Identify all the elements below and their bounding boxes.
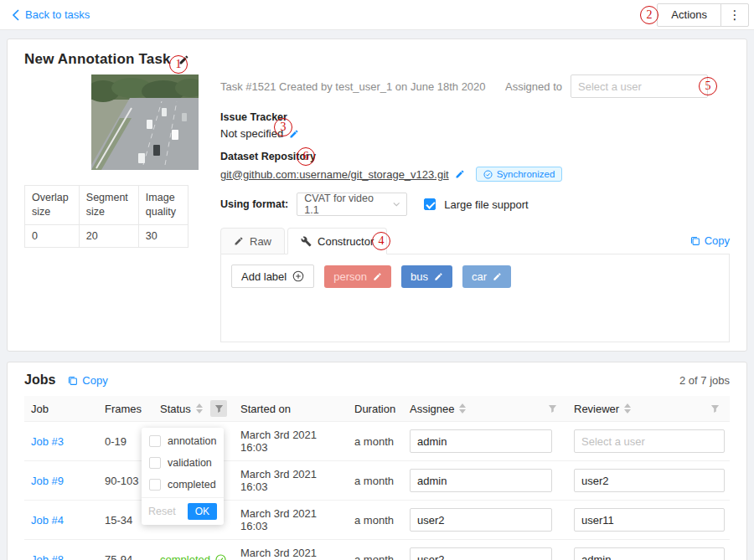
- sync-check-icon: [483, 170, 493, 179]
- assignee-input[interactable]: [410, 508, 552, 532]
- pencil-icon: [455, 169, 465, 179]
- task-title: New Annotation Task: [24, 51, 171, 68]
- param-value-quality: 30: [138, 224, 188, 247]
- pencil-icon: [234, 236, 244, 246]
- more-vertical-icon: ⋮: [729, 8, 741, 22]
- checkbox-icon[interactable]: [149, 479, 161, 491]
- tab-raw[interactable]: Raw: [220, 228, 285, 254]
- labels-tabs: Raw Constructor Copy: [220, 228, 730, 254]
- label-chip-bus[interactable]: bus: [401, 265, 452, 288]
- jobs-header: Jobs Copy 2 of 7 jobs: [24, 372, 730, 388]
- large-file-checkbox[interactable]: [424, 198, 436, 210]
- filter-ok-button[interactable]: OK: [188, 503, 217, 520]
- column-reviewer[interactable]: Reviewer: [567, 396, 730, 422]
- pencil-icon: [373, 272, 382, 281]
- sync-status-label: Synchronized: [497, 169, 555, 179]
- checkbox-icon[interactable]: [149, 435, 161, 447]
- label-chip-car[interactable]: car: [462, 265, 511, 288]
- label-chip-person-name: person: [333, 270, 367, 283]
- issue-tracker-label: Issue Tracker: [220, 111, 730, 123]
- job-link[interactable]: Job #9: [31, 475, 64, 487]
- edit-repository-button[interactable]: [455, 169, 465, 179]
- copy-labels-link[interactable]: Copy: [689, 234, 730, 247]
- copy-jobs-link[interactable]: Copy: [67, 374, 107, 387]
- started-cell: March 3rd 2021 16:03: [234, 422, 348, 461]
- started-cell: March 3rd 2021 16:03: [234, 461, 348, 501]
- reviewer-filter-button[interactable]: [706, 400, 723, 417]
- started-cell: March 3rd 2021 16:03: [234, 540, 348, 560]
- param-value-segment: 20: [79, 224, 138, 247]
- column-reviewer-label: Reviewer: [574, 403, 619, 415]
- assignee-input[interactable]: [410, 429, 552, 453]
- actions-group: Actions ⋮: [657, 3, 749, 27]
- label-chip-person[interactable]: person: [324, 265, 391, 288]
- more-menu-button[interactable]: ⋮: [720, 3, 749, 27]
- task-left-column: Overlap size Segment size Image quality …: [24, 74, 200, 248]
- job-link[interactable]: Job #4: [31, 514, 64, 527]
- annotation-circle-2: 2: [640, 6, 658, 24]
- labels-constructor-panel: Add label person bus car: [220, 254, 730, 342]
- tab-raw-label: Raw: [250, 235, 271, 248]
- reviewer-input[interactable]: [574, 469, 725, 492]
- assigned-to-input[interactable]: [571, 74, 708, 98]
- column-status[interactable]: Status: [153, 396, 234, 422]
- filter-reset-button[interactable]: Reset: [148, 506, 176, 517]
- task-meta-row: Task #1521 Created by test_user_1 on Jun…: [220, 74, 730, 98]
- dataset-repository-url[interactable]: git@github.com:username/git_storage_v123…: [220, 168, 449, 181]
- assignee-input[interactable]: [410, 547, 552, 560]
- chevron-left-icon: [12, 9, 19, 21]
- duration-cell: a month: [348, 501, 403, 540]
- reviewer-sorter-icon[interactable]: [624, 403, 631, 414]
- param-header-quality: Image quality: [138, 186, 188, 225]
- checkbox-icon[interactable]: [149, 457, 161, 469]
- assignee-sorter-icon[interactable]: [459, 403, 466, 414]
- column-started: Started on: [234, 396, 348, 422]
- reviewer-input[interactable]: [574, 547, 725, 560]
- back-to-tasks-link[interactable]: Back to tasks: [12, 8, 90, 21]
- annotation-circle-3: 3: [274, 118, 292, 136]
- filter-option-annotation[interactable]: annotation: [142, 430, 224, 452]
- label-chip-bus-name: bus: [411, 270, 428, 283]
- assignee-input[interactable]: [410, 469, 552, 492]
- sync-status-badge[interactable]: Synchronized: [476, 167, 563, 182]
- filter-option-label: completed: [168, 479, 216, 491]
- status-filter-button[interactable]: [210, 400, 227, 417]
- task-preview-image: [91, 74, 199, 170]
- started-cell: March 3rd 2021 16:03: [234, 501, 348, 540]
- format-row: Using format: CVAT for video 1.1 Large f…: [220, 193, 730, 216]
- pencil-icon: [434, 272, 443, 281]
- table-row: Job #4 15-34 March 3rd 2021 16:03 a mont…: [24, 501, 730, 540]
- column-assignee[interactable]: Assignee: [403, 396, 567, 422]
- filter-option-completed[interactable]: completed: [142, 474, 224, 496]
- annotation-circle-6: 6: [297, 147, 315, 166]
- plus-circle-icon: [292, 270, 304, 282]
- filter-option-label: annotation: [168, 435, 216, 447]
- actions-button[interactable]: Actions: [657, 3, 721, 27]
- job-link[interactable]: Job #3: [31, 435, 64, 448]
- jobs-card: Jobs Copy 2 of 7 jobs Job Frames Status: [7, 362, 747, 560]
- table-row: Job #9 90-103 March 3rd 2021 16:03 a mon…: [24, 461, 730, 501]
- status-completed-label: completed: [160, 553, 210, 560]
- format-select[interactable]: CVAT for video 1.1: [297, 193, 407, 216]
- job-link[interactable]: Job #8: [31, 553, 64, 560]
- filter-footer: Reset OK: [142, 497, 224, 525]
- chevron-down-icon: [393, 202, 400, 207]
- annotation-circle-4: 4: [372, 232, 390, 250]
- param-header-segment: Segment size: [79, 186, 138, 225]
- assignee-filter-button[interactable]: [544, 400, 560, 417]
- reviewer-input[interactable]: [574, 429, 725, 453]
- reviewer-input[interactable]: [574, 508, 725, 532]
- task-title-row: New Annotation Task: [24, 51, 730, 68]
- copy-jobs-label: Copy: [82, 374, 107, 387]
- table-row: Job #8 75-94 completed March 3rd 2021 16…: [24, 540, 730, 560]
- status-sorter-icon[interactable]: [196, 403, 203, 414]
- large-file-label: Large file support: [444, 198, 528, 211]
- pencil-icon: [493, 272, 502, 281]
- add-label-button[interactable]: Add label: [231, 265, 314, 288]
- jobs-title: Jobs: [24, 372, 55, 388]
- task-body: Overlap size Segment size Image quality …: [24, 74, 730, 342]
- filter-option-validation[interactable]: validation: [142, 452, 224, 474]
- check-circle-icon: [215, 554, 226, 560]
- column-assignee-label: Assignee: [410, 403, 454, 415]
- using-format-label: Using format:: [220, 198, 288, 210]
